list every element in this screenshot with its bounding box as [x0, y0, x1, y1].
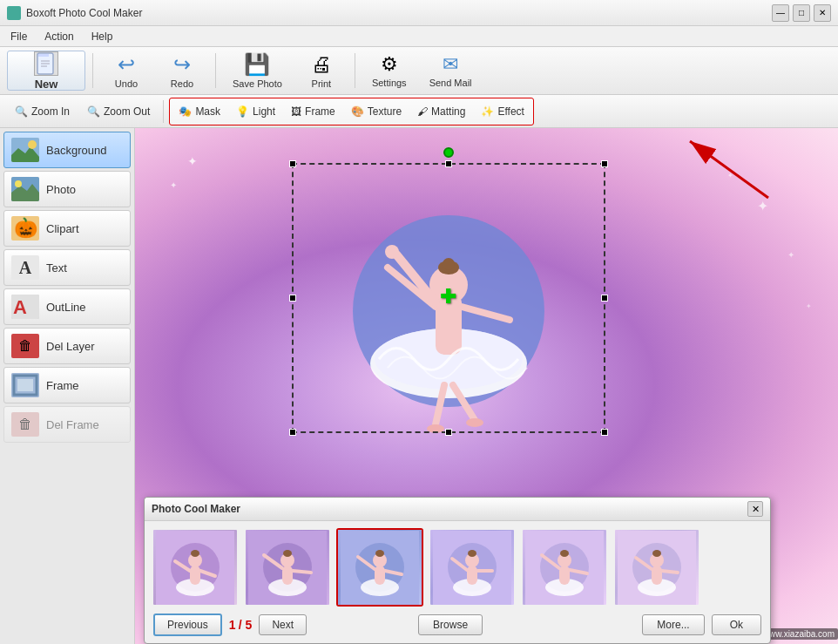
- main-layout: Background Photo 🎃 Clipart A Text: [0, 128, 838, 644]
- redo-button[interactable]: ↪ Redo: [156, 51, 208, 91]
- mask-icon: 🎭: [179, 105, 192, 118]
- dialog-title: Photo Cool Maker: [152, 503, 240, 515]
- svg-rect-1: [38, 54, 49, 57]
- mask-button[interactable]: 🎭 Mask: [171, 99, 228, 124]
- app-title: Boxoft Photo Cool Maker: [26, 7, 142, 19]
- maximize-button[interactable]: □: [793, 4, 810, 22]
- matting-icon: 🖌: [417, 105, 428, 118]
- thumbnail-4[interactable]: [429, 528, 516, 607]
- minimize-button[interactable]: —: [772, 4, 789, 22]
- svg-text:A: A: [13, 296, 27, 318]
- sidebar-item-dellayer[interactable]: 🗑 Del Layer: [3, 328, 131, 364]
- new-icon: [34, 51, 58, 76]
- svg-rect-13: [17, 379, 33, 391]
- sidebar-item-photo[interactable]: Photo: [3, 171, 131, 207]
- save-icon: 💾: [244, 52, 270, 77]
- handle-middle-right[interactable]: [601, 295, 608, 302]
- next-button[interactable]: Next: [259, 614, 307, 635]
- texture-icon: 🎨: [351, 105, 364, 118]
- svg-point-60: [468, 550, 476, 557]
- titlebar: Boxoft Photo Cool Maker — □ ✕: [0, 0, 838, 26]
- svg-point-36: [191, 550, 199, 557]
- sidebar-outline-label: OutLine: [46, 301, 86, 314]
- sidebar-item-text[interactable]: A Text: [3, 249, 131, 286]
- menubar: File Action Help: [0, 26, 838, 47]
- thumbnail-2[interactable]: [244, 528, 331, 607]
- titlebar-left: Boxoft Photo Cool Maker: [7, 6, 142, 20]
- background-icon: [11, 138, 39, 162]
- thumbnail-5[interactable]: [521, 528, 608, 607]
- handle-bottom-middle[interactable]: [445, 429, 452, 436]
- selection-box[interactable]: ✚: [292, 163, 605, 433]
- light-button[interactable]: 💡 Light: [228, 99, 283, 124]
- dialog-content: Previous 1 / 5 Next Browse More... Ok: [145, 521, 770, 643]
- sendmail-button[interactable]: ✉ Send Mail: [420, 51, 482, 91]
- save-label: Save Photo: [233, 78, 282, 89]
- handle-top-left[interactable]: [289, 160, 296, 167]
- menu-help[interactable]: Help: [84, 29, 120, 44]
- more-button[interactable]: More...: [642, 614, 704, 635]
- save-button[interactable]: 💾 Save Photo: [223, 51, 292, 91]
- separator2: [215, 53, 216, 88]
- move-handle[interactable]: ✚: [440, 286, 456, 308]
- thumbnail-3[interactable]: [336, 528, 423, 607]
- svg-point-8: [15, 180, 22, 187]
- texture-button[interactable]: 🎨 Texture: [343, 99, 409, 124]
- sidebar-item-background[interactable]: Background: [3, 132, 131, 168]
- sidebar-item-outline[interactable]: A OutLine: [3, 288, 131, 325]
- svg-point-44: [283, 550, 292, 557]
- sidebar-item-frame[interactable]: Frame: [3, 367, 131, 403]
- clipart-icon: 🎃: [11, 216, 39, 241]
- zoom-out-label: Zoom Out: [104, 105, 150, 118]
- close-button[interactable]: ✕: [814, 4, 831, 22]
- sidebar-item-delframe: 🗑 Del Frame: [3, 406, 131, 443]
- new-button[interactable]: New: [7, 51, 85, 91]
- sendmail-icon: ✉: [443, 53, 458, 76]
- settings-icon: ⚙: [381, 53, 398, 76]
- sidebar: Background Photo 🎃 Clipart A Text: [0, 128, 135, 644]
- frame-button[interactable]: 🖼 Frame: [283, 99, 343, 124]
- menu-file[interactable]: File: [3, 29, 34, 44]
- page-total: 5: [246, 618, 253, 632]
- zoom-in-button[interactable]: 🔍 Zoom In: [7, 99, 78, 124]
- effect-icon: ✨: [481, 105, 494, 118]
- ok-button[interactable]: Ok: [712, 614, 761, 635]
- handle-bottom-left[interactable]: [289, 429, 296, 436]
- thumbnail-1[interactable]: [152, 528, 239, 607]
- handle-bottom-right[interactable]: [601, 429, 608, 436]
- main-toolbar: New ↩ Undo ↪ Redo 💾 Save Photo 🖨 Print ⚙…: [0, 47, 838, 95]
- canvas-area[interactable]: ✦ ✦ ✦ ✦ ✦ ✦ ✦: [135, 128, 838, 644]
- zoom-out-button[interactable]: 🔍 Zoom Out: [79, 99, 158, 124]
- dialog-titlebar: Photo Cool Maker ✕: [145, 498, 770, 521]
- undo-button[interactable]: ↩ Undo: [100, 51, 152, 91]
- rotate-handle[interactable]: [443, 147, 454, 158]
- light-icon: 💡: [236, 105, 249, 118]
- effect-button[interactable]: ✨ Effect: [473, 99, 531, 124]
- zoom-in-icon: 🔍: [15, 105, 28, 118]
- settings-button[interactable]: ⚙ Settings: [362, 51, 416, 91]
- print-label: Print: [312, 78, 332, 89]
- handle-top-right[interactable]: [601, 160, 608, 167]
- previous-button[interactable]: Previous: [153, 613, 222, 636]
- undo-label: Undo: [115, 78, 138, 89]
- photo-icon: [11, 177, 39, 201]
- svg-point-52: [375, 550, 384, 557]
- browse-button[interactable]: Browse: [418, 614, 483, 635]
- thumbnail-list: [152, 528, 763, 607]
- svg-point-68: [560, 550, 569, 557]
- mask-label: Mask: [195, 105, 220, 118]
- print-button[interactable]: 🖨 Print: [295, 51, 348, 91]
- text-icon: A: [11, 255, 39, 280]
- menu-action[interactable]: Action: [37, 29, 80, 44]
- matting-button[interactable]: 🖌 Matting: [409, 99, 473, 124]
- handle-middle-left[interactable]: [289, 295, 296, 302]
- thumbnail-6[interactable]: [613, 528, 700, 607]
- sidebar-item-clipart[interactable]: 🎃 Clipart: [3, 210, 131, 247]
- dialog-close-button[interactable]: ✕: [747, 501, 763, 517]
- dialog-footer: Previous 1 / 5 Next Browse More... Ok: [152, 613, 763, 636]
- page-indicator: 1 / 5: [229, 618, 253, 632]
- new-label: New: [35, 78, 58, 91]
- handle-top-middle[interactable]: [445, 160, 452, 167]
- effect-label: Effect: [497, 105, 524, 118]
- svg-line-78: [662, 571, 678, 573]
